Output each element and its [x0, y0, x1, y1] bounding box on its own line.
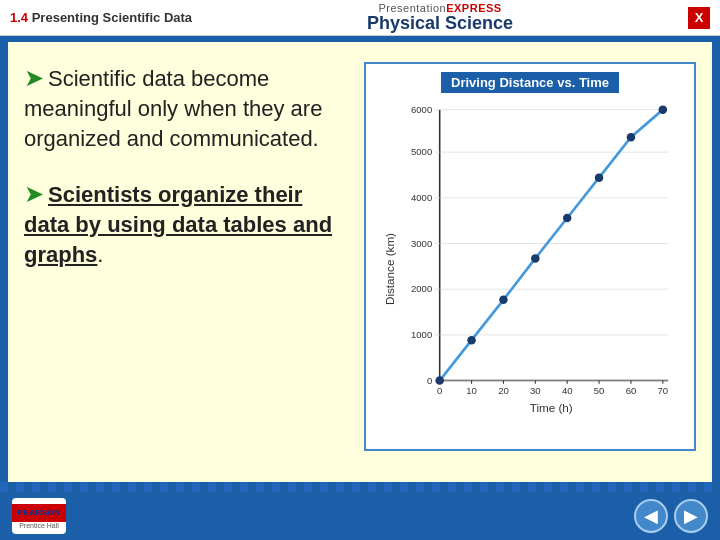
chart-title: Driving Distance vs. Time — [441, 72, 619, 93]
svg-text:0: 0 — [427, 375, 432, 386]
section-number: 1.4 — [10, 10, 28, 25]
line-chart-svg: Distance (km) 0 1000 2000 3000 40 — [372, 99, 688, 439]
nav-forward-button[interactable]: ▶ — [674, 499, 708, 533]
data-point — [435, 376, 444, 385]
brand-presentation: Presentation — [378, 2, 446, 14]
data-point — [499, 296, 508, 305]
brand-presentation-express: PresentationEXPRESS — [378, 2, 501, 14]
bullet-2-underline: Scientists organize their data by using … — [24, 182, 332, 267]
pearson-logo: PEARSON Prentice Hall — [12, 498, 66, 534]
data-point — [563, 214, 572, 223]
chart-container: Driving Distance vs. Time Distance (km) … — [364, 62, 696, 451]
subject-title: Physical Science — [367, 14, 513, 34]
svg-text:30: 30 — [530, 385, 541, 396]
svg-text:10: 10 — [466, 385, 477, 396]
bullet-arrow-2: ➤ — [24, 180, 44, 207]
pearson-red-box: PEARSON — [12, 504, 66, 522]
svg-text:50: 50 — [594, 385, 605, 396]
svg-text:3000: 3000 — [411, 238, 432, 249]
svg-text:2000: 2000 — [411, 283, 432, 294]
nav-back-button[interactable]: ◀ — [634, 499, 668, 533]
close-button[interactable]: X — [688, 7, 710, 29]
brand-express: EXPRESS — [446, 2, 501, 14]
svg-text:5000: 5000 — [411, 146, 432, 157]
section-label: Presenting Scientific Data — [32, 10, 192, 25]
text-content: ➤Scientific data become meaningful only … — [24, 62, 344, 270]
data-point — [659, 105, 668, 114]
data-point — [467, 336, 476, 345]
bottom-bar: PEARSON Prentice Hall ◀ ▶ — [0, 492, 720, 540]
chart-svg: Distance (km) 0 1000 2000 3000 40 — [372, 99, 688, 443]
svg-text:0: 0 — [437, 385, 442, 396]
main-content: ➤Scientific data become meaningful only … — [8, 42, 712, 482]
section-title: 1.4 Presenting Scientific Data — [10, 10, 192, 25]
svg-text:1000: 1000 — [411, 329, 432, 340]
bullet-arrow-1: ➤ — [24, 64, 44, 91]
svg-text:20: 20 — [498, 385, 509, 396]
prentice-hall-text: Prentice Hall — [19, 522, 59, 529]
svg-text:4000: 4000 — [411, 192, 432, 203]
bullet-2: ➤Scientists organize their data by using… — [24, 178, 344, 270]
bg-pattern — [0, 482, 720, 492]
svg-text:70: 70 — [658, 385, 669, 396]
brand-center: PresentationEXPRESS Physical Science — [367, 2, 513, 34]
header: 1.4 Presenting Scientific Data Presentat… — [0, 0, 720, 36]
data-point — [531, 254, 540, 263]
bullet-1: ➤Scientific data become meaningful only … — [24, 62, 344, 154]
svg-text:40: 40 — [562, 385, 573, 396]
x-axis-label: Time (h) — [530, 401, 573, 414]
nav-buttons: ◀ ▶ — [634, 499, 708, 533]
svg-text:60: 60 — [626, 385, 637, 396]
data-point — [595, 173, 604, 182]
y-axis-label: Distance (km) — [383, 233, 396, 305]
svg-text:6000: 6000 — [411, 104, 432, 115]
pearson-text: PEARSON — [17, 508, 60, 517]
data-point — [627, 133, 636, 142]
